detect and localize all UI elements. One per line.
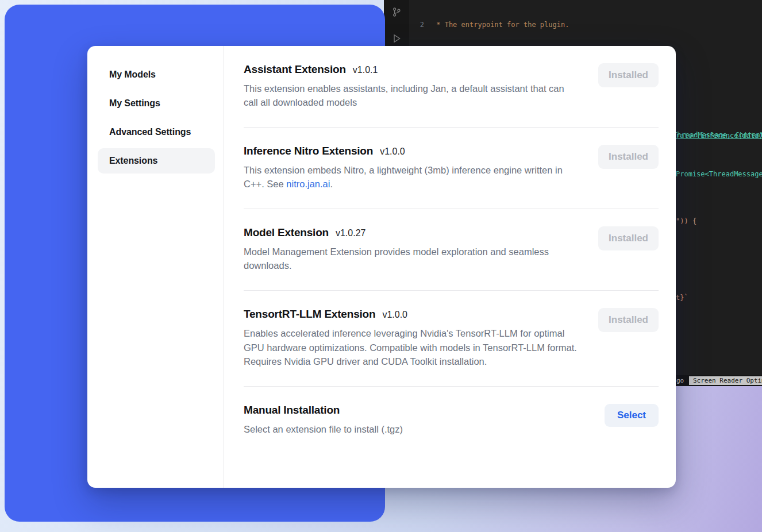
description-text: Model Management Extension provides mode… [244, 246, 549, 271]
extensions-panel: Assistant Extension v1.0.1 This extensio… [224, 46, 676, 488]
installed-button[interactable]: Installed [598, 308, 659, 332]
extension-version: v1.0.1 [353, 65, 378, 75]
code-fragment: rator.inference(data)); [676, 132, 762, 140]
code-line: 2 * The entrypoint for the plugin. [409, 20, 762, 29]
installed-button[interactable]: Installed [598, 145, 659, 169]
description-text: Enables accelerated inference leveraging… [244, 328, 577, 366]
manual-installation-row: Manual Installation Select an extension … [244, 387, 659, 450]
sidebar-item-advanced-settings[interactable]: Advanced Settings [98, 119, 215, 145]
description-text: This extension enables assistants, inclu… [244, 83, 564, 107]
extension-description: This extension enables assistants, inclu… [244, 82, 578, 109]
source-control-icon[interactable] [391, 7, 402, 17]
extension-row-nitro: Inference Nitro Extension v1.0.0 This ex… [244, 128, 659, 209]
description-text: . [330, 179, 333, 189]
extension-version: v1.0.0 [382, 310, 407, 320]
line-number: 2 [409, 20, 424, 29]
extension-description: Enables accelerated inference leveraging… [244, 326, 578, 368]
installed-button[interactable]: Installed [598, 63, 659, 87]
run-debug-icon[interactable] [391, 33, 402, 44]
code-comment: * The entrypoint for the plugin. [432, 20, 569, 29]
settings-sidebar: My Models My Settings Advanced Settings … [87, 46, 224, 488]
manual-installation-title: Manual Installation [244, 404, 340, 417]
sidebar-item-my-models[interactable]: My Models [98, 62, 215, 87]
extension-name: Assistant Extension [244, 63, 346, 76]
screen-reader-optimized-chip[interactable]: Screen Reader Optimized [689, 376, 762, 385]
extension-row-tensorrt: TensortRT-LLM Extension v1.0.0 Enables a… [244, 291, 659, 386]
extension-name: Model Extension [244, 226, 329, 239]
extension-description: Model Management Extension provides mode… [244, 245, 578, 272]
sidebar-item-extensions[interactable]: Extensions [98, 148, 215, 174]
sidebar-item-my-settings[interactable]: My Settings [98, 91, 215, 116]
manual-installation-description: Select an extension file to install (.tg… [244, 422, 403, 436]
code-fragment: Promise<ThreadMessage> [676, 170, 762, 178]
extension-name: Inference Nitro Extension [244, 145, 373, 157]
settings-modal: My Models My Settings Advanced Settings … [87, 46, 676, 488]
extension-version: v1.0.0 [380, 147, 405, 157]
extension-row-model: Model Extension v1.0.27 Model Management… [244, 209, 659, 291]
extension-row-assistant: Assistant Extension v1.0.1 This extensio… [244, 46, 659, 128]
code-fragment: ")) { [676, 217, 696, 225]
statusbar-text: go [676, 377, 684, 384]
description-text: Select an extension file to install (.tg… [244, 424, 403, 434]
extension-description: This extension embeds Nitro, a lightweig… [244, 163, 578, 191]
extension-version: v1.0.27 [336, 228, 365, 238]
extension-name: TensortRT-LLM Extension [244, 308, 375, 321]
select-file-button[interactable]: Select [605, 404, 659, 427]
nitro-jan-ai-link[interactable]: nitro.jan.ai [286, 179, 330, 189]
installed-button[interactable]: Installed [598, 226, 659, 250]
code-fragment: t}` [676, 294, 688, 302]
